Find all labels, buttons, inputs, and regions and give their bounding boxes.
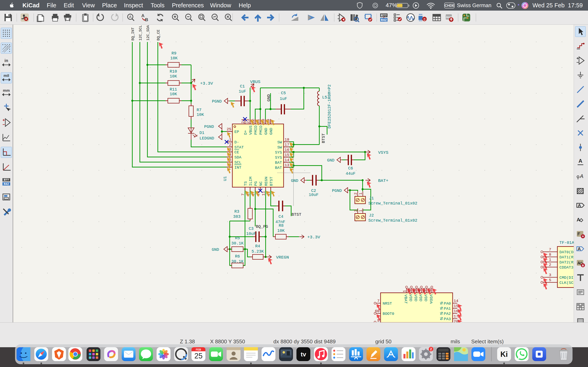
svg-text:D1: D1 [199, 131, 204, 135]
svg-text:PGND: PGND [212, 99, 222, 104]
svg-text:mil: mil [3, 73, 9, 78]
svg-text:R??: R?? [4, 178, 9, 182]
svg-text:1uF: 1uF [239, 89, 246, 94]
svg-text:PGND: PGND [204, 124, 214, 129]
svg-text:BQ_PG: BQ_PG [256, 224, 268, 229]
svg-text:ILIM: ILIM [249, 176, 253, 186]
svg-text:R8: R8 [279, 223, 284, 228]
svg-text:VDD: VDD [424, 294, 428, 301]
svg-text:CDDAT3(CS): CDDAT3(CS) [559, 265, 574, 270]
svg-text:R7: R7 [197, 108, 201, 112]
svg-text:17: 17 [454, 314, 458, 319]
svg-text:+3.3V: +3.3V [307, 235, 320, 240]
svg-text:25: 25 [227, 127, 231, 132]
svg-text:16: 16 [285, 148, 289, 152]
svg-text:10K: 10K [197, 112, 204, 117]
svg-text:10uF: 10uF [309, 192, 319, 197]
svg-text:TF-01A: TF-01A [559, 240, 574, 245]
svg-text:R10: R10 [170, 69, 177, 74]
svg-text:C4: C4 [278, 214, 283, 219]
svg-text:R42: R42 [381, 18, 387, 22]
svg-text:VDDA: VDDA [429, 294, 433, 304]
svg-text:NRST: NRST [383, 301, 392, 306]
svg-text:EP: EP [234, 130, 239, 134]
svg-text:15: 15 [285, 153, 289, 157]
svg-text:C1: C1 [240, 84, 245, 89]
svg-text:23: 23 [246, 119, 250, 124]
svg-text:SW: SW [277, 145, 282, 150]
svg-text:R11: R11 [170, 87, 177, 92]
svg-text:2: 2 [549, 263, 551, 267]
svg-text:DAT1(RSV): DAT1(RSV) [559, 255, 574, 259]
svg-text:SYS: SYS [275, 150, 282, 155]
svg-text:L5: L5 [322, 95, 327, 100]
svg-text:5: 5 [549, 278, 551, 282]
svg-text:30.1K: 30.1K [231, 259, 243, 264]
svg-text:C3: C3 [249, 226, 254, 231]
svg-text:GND: GND [291, 178, 298, 183]
svg-text:BAT: BAT [275, 160, 282, 165]
svg-text:SYS: SYS [275, 155, 282, 160]
svg-text:DAT0(DO): DAT0(DO) [559, 250, 574, 254]
svg-text:DAT2(RSV): DAT2(RSV) [559, 260, 574, 265]
svg-text:3: 3 [549, 273, 551, 277]
svg-text:A: A [129, 15, 131, 19]
svg-text:CMD(DI): CMD(DI) [559, 275, 574, 280]
svg-text:REGN: REGN [264, 176, 268, 186]
svg-text:BTST: BTST [321, 133, 326, 143]
svg-text:FEB: FEB [196, 348, 201, 351]
svg-text:PGND: PGND [332, 188, 342, 193]
svg-text:18: 18 [285, 137, 289, 142]
svg-text:1: 1 [359, 192, 363, 195]
svg-text:SCL: SCL [234, 160, 241, 165]
svg-text:VDD: VDD [408, 294, 413, 301]
svg-text:15: 15 [454, 304, 458, 308]
svg-text:VBAT: VBAT [403, 294, 408, 304]
svg-text:in: in [4, 58, 8, 63]
svg-text:VBUS: VBUS [250, 80, 260, 84]
svg-text:GND: GND [327, 158, 334, 163]
svg-text:A: A [577, 261, 580, 265]
svg-text:2: 2 [229, 142, 231, 147]
svg-text:GND: GND [269, 128, 273, 135]
svg-text:VREGN: VREGN [276, 255, 289, 260]
svg-text:7: 7 [549, 247, 551, 252]
svg-text:Screw_Terminal_01x02: Screw_Terminal_01x02 [368, 201, 417, 206]
svg-text:7: 7 [377, 299, 380, 303]
svg-text:32: 32 [412, 288, 417, 292]
svg-text:SW: SW [277, 140, 282, 145]
svg-text:BAT+: BAT+ [378, 178, 388, 183]
svg-text:19: 19 [407, 288, 412, 292]
svg-text:U1: U1 [223, 176, 227, 181]
svg-text:VSYS: VSYS [378, 150, 388, 155]
svg-text:INT: INT [234, 165, 241, 170]
svg-text:BQ_INT: BQ_INT [131, 27, 135, 41]
svg-text:PMID: PMID [254, 125, 258, 135]
svg-text:SDA: SDA [234, 155, 242, 160]
svg-text:CLK(SCLK): CLK(SCLK) [559, 281, 574, 285]
svg-text:VDD: VDD [418, 294, 423, 301]
svg-text:11: 11 [261, 191, 266, 196]
svg-text:30.1K: 30.1K [231, 241, 243, 246]
svg-text:1: 1 [229, 137, 231, 142]
svg-text:J2: J2 [369, 213, 374, 218]
svg-text:20: 20 [454, 319, 458, 322]
svg-text:STAT: STAT [234, 145, 244, 150]
svg-text:17: 17 [285, 142, 289, 147]
svg-text:16: 16 [454, 309, 458, 313]
svg-text:44uF: 44uF [346, 171, 355, 176]
svg-text:1: 1 [359, 210, 363, 212]
svg-text:R4: R4 [255, 244, 260, 249]
svg-text:12C_SCL: 12C_SCL [138, 25, 143, 41]
svg-text:14: 14 [454, 299, 458, 303]
svg-text:1: 1 [402, 290, 407, 292]
svg-text:5: 5 [377, 318, 380, 322]
svg-text:64: 64 [422, 288, 427, 292]
svg-text:+3.3V: +3.3V [200, 81, 213, 86]
svg-text:13: 13 [285, 163, 289, 167]
svg-text:7: 7 [241, 193, 245, 196]
svg-text:A: A [578, 246, 581, 251]
svg-text:VDD: VDD [414, 294, 418, 301]
svg-text:BTST: BTST [292, 212, 301, 217]
svg-text:GND: GND [264, 128, 268, 135]
